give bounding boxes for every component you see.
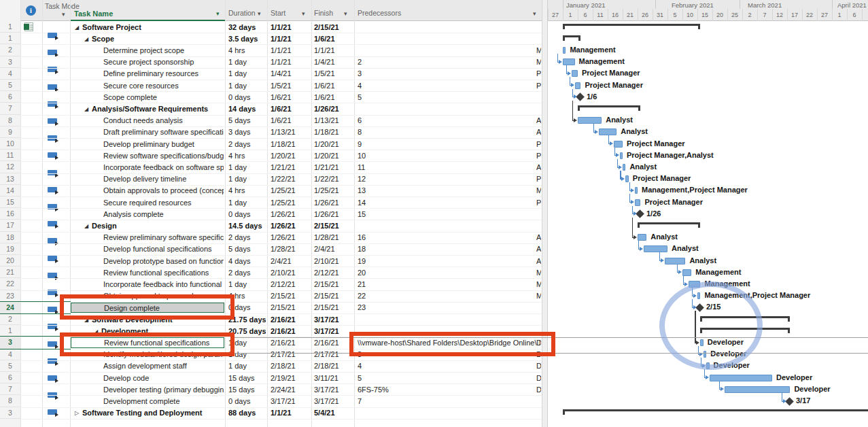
- finish-header[interactable]: Finish: [314, 9, 333, 17]
- task-name-cell[interactable]: Determine project scope: [103, 45, 224, 56]
- task-mode-icon[interactable]: [48, 307, 57, 312]
- task-bar[interactable]: [725, 386, 791, 393]
- finish-cell[interactable]: 5/4/21: [314, 407, 352, 419]
- task-name-cell[interactable]: Develop prototype based on function: [103, 256, 224, 267]
- duration-header[interactable]: Duration: [228, 9, 256, 17]
- start-cell[interactable]: 1/1/21: [271, 33, 310, 45]
- task-name-cell[interactable]: Develop code: [103, 373, 224, 384]
- task-mode-icon[interactable]: [48, 33, 57, 38]
- task-bar[interactable]: [623, 164, 625, 171]
- task-name-cell[interactable]: Obtain approvals to proceed (concept,: [103, 185, 224, 197]
- finish-cell[interactable]: 1/28/21: [314, 232, 352, 243]
- timeline-day-label[interactable]: 25: [728, 12, 742, 18]
- task-name-cell[interactable]: Software Testing and Deployment: [82, 407, 224, 419]
- row-number[interactable]: 6: [0, 372, 20, 383]
- predecessors-cell[interactable]: [358, 407, 540, 419]
- start-cell[interactable]: 1/22/21: [271, 173, 310, 185]
- predecessors-cell[interactable]: 3: [358, 68, 540, 80]
- duration-cell[interactable]: 1 day: [228, 173, 266, 185]
- task-bar[interactable]: [635, 187, 638, 194]
- start-cell[interactable]: 1/13/21: [271, 126, 310, 138]
- duration-cell[interactable]: 14 days: [228, 103, 266, 115]
- row-number[interactable]: 1: [0, 325, 20, 337]
- timeline-day-label[interactable]: 11: [593, 12, 607, 18]
- timeline-day-label[interactable]: 2: [743, 12, 757, 18]
- start-cell[interactable]: 2/15/21: [271, 302, 310, 313]
- row-number[interactable]: 4: [0, 349, 20, 360]
- finish-cell[interactable]: 2/16/21: [314, 337, 352, 349]
- task-mode-icon[interactable]: [48, 409, 57, 415]
- task-name-cell[interactable]: Design: [92, 220, 224, 232]
- duration-cell[interactable]: 88 days: [228, 407, 266, 419]
- finish-cell[interactable]: 2/17/21: [314, 349, 352, 360]
- timeline-day-label[interactable]: 27: [818, 12, 831, 18]
- row-number[interactable]: 16: [0, 208, 20, 220]
- finish-cell[interactable]: 2/18/21: [314, 360, 352, 372]
- duration-cell[interactable]: 3.5 days: [228, 33, 266, 45]
- start-cell[interactable]: 2/15/21: [271, 290, 310, 302]
- duration-cell[interactable]: 4 days: [228, 256, 266, 267]
- predecessors-cell[interactable]: 20: [358, 267, 540, 279]
- duration-cell[interactable]: 1 day: [228, 56, 266, 68]
- start-cell[interactable]: 1/4/21: [271, 68, 310, 80]
- predecessors-cell[interactable]: 8: [358, 126, 540, 138]
- start-cell[interactable]: 1/18/21: [271, 139, 310, 150]
- task-mode-filter-icon[interactable]: ▾: [62, 11, 65, 18]
- predecessors-cell[interactable]: 2: [358, 56, 540, 68]
- task-name-cell[interactable]: Develop delivery timeline: [103, 173, 224, 185]
- start-cell[interactable]: 1/6/21: [271, 92, 310, 103]
- predecessors-cell[interactable]: 11: [358, 162, 540, 173]
- predecessors-cell[interactable]: 4: [358, 80, 540, 92]
- task-name-cell[interactable]: Secure core resources: [103, 80, 224, 92]
- duration-cell[interactable]: 1 day: [228, 360, 266, 372]
- row-number[interactable]: 3: [0, 337, 20, 348]
- task-name-filter-icon[interactable]: ▾: [216, 10, 220, 17]
- start-cell[interactable]: 2/12/21: [271, 279, 310, 290]
- row-number[interactable]: 7: [0, 103, 20, 114]
- start-cell[interactable]: 2/16/21: [271, 314, 310, 326]
- row-number[interactable]: 21: [0, 267, 20, 278]
- timeline-day-label[interactable]: 16: [608, 12, 622, 18]
- task-name-cell[interactable]: Review preliminary software specifica: [103, 232, 224, 243]
- start-cell[interactable]: 1/6/21: [271, 103, 310, 115]
- expand-collapse-icon-collapsed[interactable]: ▷: [75, 407, 79, 419]
- task-mode-icon[interactable]: [48, 101, 57, 107]
- duration-cell[interactable]: 14.5 days: [228, 220, 266, 232]
- milestone-diamond[interactable]: [785, 397, 794, 406]
- task-bar[interactable]: [625, 175, 628, 182]
- row-number[interactable]: 8: [0, 395, 20, 407]
- task-bar[interactable]: [620, 152, 623, 159]
- timeline-day-label[interactable]: 21: [623, 12, 637, 18]
- task-name-cell[interactable]: Define preliminary resources: [103, 68, 224, 80]
- start-cell[interactable]: 2/10/21: [271, 267, 310, 279]
- summary-bar[interactable]: [638, 222, 700, 228]
- row-number[interactable]: 15: [0, 197, 20, 208]
- row-number[interactable]: 22: [0, 278, 20, 290]
- predecessors-header[interactable]: Predecessors: [358, 9, 401, 17]
- task-name-cell[interactable]: Develop functional specifications: [103, 243, 224, 255]
- task-name-cell[interactable]: Analysis/Software Requirements: [92, 103, 224, 115]
- finish-cell[interactable]: 3/17/21: [314, 326, 352, 337]
- task-bar[interactable]: [563, 47, 566, 54]
- row-number[interactable]: 1: [0, 21, 20, 33]
- duration-cell[interactable]: 2 days: [228, 139, 266, 150]
- task-bar[interactable]: [572, 70, 578, 77]
- predecessors-cell[interactable]: [358, 45, 540, 56]
- finish-cell[interactable]: 1/6/21: [314, 33, 352, 45]
- predecessors-cell[interactable]: 5: [358, 92, 540, 103]
- predecessors-cell[interactable]: 9: [358, 139, 540, 150]
- row-number[interactable]: 1: [0, 33, 20, 44]
- timeline-day-label[interactable]: 15: [698, 12, 712, 18]
- timeline-day-label[interactable]: 5: [668, 12, 682, 18]
- timeline-day-label[interactable]: 7: [758, 12, 771, 18]
- row-number[interactable]: 9: [0, 126, 20, 138]
- duration-cell[interactable]: 32 days: [228, 22, 266, 33]
- task-name-cell[interactable]: Incorporate feedback on software spe: [103, 162, 224, 173]
- summary-bar[interactable]: [578, 105, 640, 111]
- row-number[interactable]: 6: [0, 91, 20, 103]
- row-number[interactable]: 7: [0, 383, 20, 395]
- timeline-day-label[interactable]: 27: [549, 12, 562, 18]
- finish-cell[interactable]: 2/15/21: [314, 279, 352, 290]
- finish-cell[interactable]: 2/12/21: [314, 267, 352, 279]
- task-name-cell[interactable]: Development complete: [103, 396, 224, 407]
